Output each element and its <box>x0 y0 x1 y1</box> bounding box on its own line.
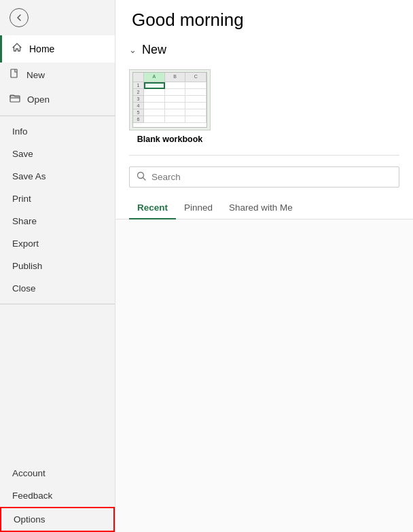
sidebar-item-feedback[interactable]: Feedback <box>0 484 115 507</box>
open-icon <box>10 93 20 105</box>
home-icon <box>12 42 22 56</box>
tab-shared[interactable]: Shared with Me <box>221 197 301 219</box>
open-label: Open <box>27 94 50 105</box>
blank-workbook-card[interactable]: A B C 1 2 3 <box>129 69 211 144</box>
spreadsheet-preview: A B C 1 2 3 <box>132 72 207 128</box>
tab-recent[interactable]: Recent <box>129 197 176 219</box>
sp-cell-a5 <box>144 109 165 116</box>
svg-rect-0 <box>11 69 17 77</box>
sp-cell-b2 <box>165 89 186 96</box>
sp-cell-c2 <box>185 89 206 96</box>
sidebar-item-open[interactable]: Open <box>0 87 115 111</box>
sp-row-3: 3 <box>133 96 144 103</box>
search-input[interactable] <box>151 172 392 182</box>
sp-cell-a1 <box>144 82 165 89</box>
sidebar-item-export[interactable]: Export <box>0 232 115 255</box>
sp-cell-a2 <box>144 89 165 96</box>
sp-row-5: 5 <box>133 109 144 116</box>
sidebar-item-new[interactable]: New <box>0 63 115 87</box>
new-section: ⌄ New A B C 1 <box>115 37 413 155</box>
sp-cell-b6 <box>165 116 186 123</box>
new-chevron-icon[interactable]: ⌄ <box>129 45 137 55</box>
sidebar: Home New Open Info Save Save As Print <box>0 0 115 532</box>
home-label: Home <box>29 43 54 54</box>
sidebar-item-share[interactable]: Share <box>0 210 115 232</box>
sidebar-item-save-as[interactable]: Save As <box>0 165 115 188</box>
recent-content-area <box>115 219 413 532</box>
tab-pinned[interactable]: Pinned <box>176 197 221 219</box>
sidebar-item-options[interactable]: Options <box>0 507 115 532</box>
back-circle-icon <box>10 8 29 27</box>
search-icon <box>137 171 146 183</box>
sp-cell-b5 <box>165 109 186 116</box>
sp-row-6: 6 <box>133 116 144 123</box>
sidebar-item-print[interactable]: Print <box>0 188 115 210</box>
sp-cell-c3 <box>185 96 206 103</box>
tabs-bar: Recent Pinned Shared with Me <box>115 197 413 219</box>
sp-col-c: C <box>185 73 206 82</box>
sp-cell-a4 <box>144 103 165 109</box>
sidebar-item-info[interactable]: Info <box>0 120 115 143</box>
sp-cell-a3 <box>144 96 165 103</box>
section-divider <box>129 155 399 156</box>
new-file-icon <box>10 69 20 81</box>
sp-cell-c1 <box>185 82 206 89</box>
new-section-header: ⌄ New <box>129 43 399 57</box>
main-content: Good morning ⌄ New A B C 1 <box>115 0 413 532</box>
sp-col-b: B <box>165 73 186 82</box>
new-label: New <box>26 70 45 80</box>
sp-row-1: 1 <box>133 82 144 89</box>
sp-row-2: 2 <box>133 89 144 96</box>
sp-row-4: 4 <box>133 103 144 109</box>
template-gallery: A B C 1 2 3 <box>129 64 399 155</box>
greeting-title: Good morning <box>132 10 397 31</box>
sp-cell-c6 <box>185 116 206 123</box>
sp-cell-c5 <box>185 109 206 116</box>
sidebar-item-home[interactable]: Home <box>0 35 115 63</box>
search-box[interactable] <box>129 166 399 188</box>
sp-corner <box>133 73 144 82</box>
svg-line-3 <box>143 178 146 181</box>
sidebar-item-account[interactable]: Account <box>0 462 115 484</box>
sidebar-item-publish[interactable]: Publish <box>0 255 115 277</box>
sp-cell-b1 <box>165 82 186 89</box>
search-section <box>115 166 413 197</box>
sidebar-item-close[interactable]: Close <box>0 277 115 300</box>
sp-cell-c4 <box>185 103 206 109</box>
sidebar-item-save[interactable]: Save <box>0 143 115 165</box>
sp-cell-b3 <box>165 96 186 103</box>
main-header: Good morning <box>115 0 413 37</box>
sp-cell-a6 <box>144 116 165 123</box>
new-section-label: New <box>142 43 166 57</box>
sp-cell-b4 <box>165 103 186 109</box>
blank-workbook-thumb: A B C 1 2 3 <box>129 69 211 130</box>
sidebar-bottom: Account Feedback Options <box>0 462 115 532</box>
blank-workbook-label: Blank workbook <box>137 135 203 144</box>
divider-1 <box>0 116 115 116</box>
back-button[interactable] <box>0 0 115 35</box>
divider-2 <box>0 304 115 304</box>
sp-col-a: A <box>144 73 165 82</box>
